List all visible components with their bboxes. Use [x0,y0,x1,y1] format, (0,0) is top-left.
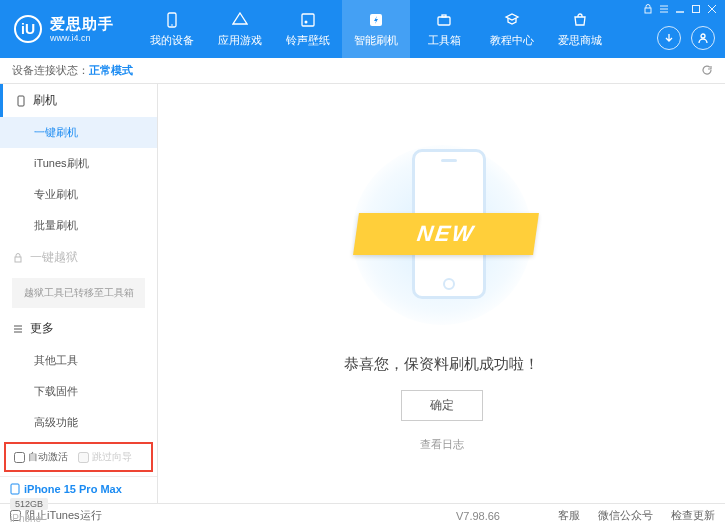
phone-icon [15,95,27,107]
section-label: 一键越狱 [30,249,78,266]
nav-tutorials[interactable]: 教程中心 [478,0,546,58]
maximize-icon[interactable] [691,4,701,14]
nav-toolbox[interactable]: 工具箱 [410,0,478,58]
sidebar-item-other-tools[interactable]: 其他工具 [0,345,157,376]
close-icon[interactable] [707,4,717,14]
flash-icon [366,10,386,30]
app-url: www.i4.cn [50,33,114,44]
apps-icon [230,10,250,30]
nav-label: 教程中心 [490,33,534,48]
status-mode: 正常模式 [89,63,133,78]
version-label: V7.98.66 [456,510,500,522]
minimize-icon[interactable] [675,4,685,14]
checkbox-skip-guide[interactable]: 跳过向导 [78,450,132,464]
sidebar-item-batch-flash[interactable]: 批量刷机 [0,210,157,241]
svg-rect-5 [438,17,450,25]
svg-rect-10 [18,96,24,106]
svg-rect-11 [15,257,21,262]
window-controls [643,4,717,14]
nav-label: 智能刷机 [354,33,398,48]
list-icon [12,323,24,335]
logo-icon: iU [14,15,42,43]
nav-label: 爱思商城 [558,33,602,48]
svg-rect-7 [645,8,651,13]
svg-rect-2 [302,14,314,26]
nav-label: 应用游戏 [218,33,262,48]
nav-store[interactable]: 爱思商城 [546,0,614,58]
svg-rect-12 [11,484,19,494]
svg-point-1 [171,24,173,26]
success-message: 恭喜您，保资料刷机成功啦！ [344,355,539,374]
device-name[interactable]: iPhone 15 Pro Max [10,483,147,495]
status-prefix: 设备连接状态： [12,63,89,78]
svg-point-3 [305,21,308,24]
checkbox-label: 自动激活 [28,450,68,464]
section-label: 更多 [30,320,54,337]
sidebar-item-oneclick-flash[interactable]: 一键刷机 [0,117,157,148]
toolbox-icon [434,10,454,30]
device-info: iPhone 15 Pro Max 512GB iPhone [0,476,157,527]
sidebar-item-advanced[interactable]: 高级功能 [0,407,157,438]
app-title: 爱思助手 [50,15,114,33]
section-label: 刷机 [33,92,57,109]
ringtone-icon [298,10,318,30]
tutorial-icon [502,10,522,30]
refresh-icon[interactable] [701,64,713,78]
nav-ringtones[interactable]: 铃声壁纸 [274,0,342,58]
sidebar-section-flash[interactable]: 刷机 [0,84,157,117]
new-ribbon: NEW [353,213,539,255]
phone-icon [10,483,20,495]
user-icon[interactable] [691,26,715,50]
nav-my-device[interactable]: 我的设备 [138,0,206,58]
success-illustration: NEW [352,135,532,335]
nav-label: 铃声壁纸 [286,33,330,48]
sidebar-item-pro-flash[interactable]: 专业刷机 [0,179,157,210]
device-storage: 512GB [10,498,48,510]
top-nav: 我的设备 应用游戏 铃声壁纸 智能刷机 工具箱 教程中心 爱思商城 [138,0,614,58]
app-header: iU 爱思助手 www.i4.cn 我的设备 应用游戏 铃声壁纸 智能刷机 工具… [0,0,725,58]
main-content: NEW 恭喜您，保资料刷机成功啦！ 确定 查看日志 [158,84,725,503]
sidebar-section-jailbreak: 一键越狱 [0,241,157,274]
svg-rect-8 [693,6,700,13]
store-icon [570,10,590,30]
sidebar-item-itunes-flash[interactable]: iTunes刷机 [0,148,157,179]
menu-icon[interactable] [659,4,669,14]
checkbox-auto-activate[interactable]: 自动激活 [14,450,68,464]
nav-label: 我的设备 [150,33,194,48]
download-icon[interactable] [657,26,681,50]
footer-link-support[interactable]: 客服 [558,508,580,523]
sidebar: 刷机 一键刷机 iTunes刷机 专业刷机 批量刷机 一键越狱 越狱工具已转移至… [0,84,158,503]
lock-icon [12,252,24,264]
checkbox-label: 跳过向导 [92,450,132,464]
lock-icon[interactable] [643,4,653,14]
nav-label: 工具箱 [428,33,461,48]
logo-area: iU 爱思助手 www.i4.cn [0,15,128,44]
options-box: 自动激活 跳过向导 [4,442,153,472]
svg-rect-6 [442,15,446,17]
status-bar: 设备连接状态： 正常模式 [0,58,725,84]
device-type: iPhone [10,513,147,524]
svg-point-9 [701,34,705,38]
sidebar-item-download-firmware[interactable]: 下载固件 [0,376,157,407]
footer-link-wechat[interactable]: 微信公众号 [598,508,653,523]
sidebar-section-more[interactable]: 更多 [0,312,157,345]
jailbreak-note: 越狱工具已转移至工具箱 [12,278,145,308]
device-icon [162,10,182,30]
footer-link-update[interactable]: 检查更新 [671,508,715,523]
nav-smart-flash[interactable]: 智能刷机 [342,0,410,58]
nav-apps-games[interactable]: 应用游戏 [206,0,274,58]
ok-button[interactable]: 确定 [401,390,483,421]
view-log-link[interactable]: 查看日志 [420,437,464,452]
